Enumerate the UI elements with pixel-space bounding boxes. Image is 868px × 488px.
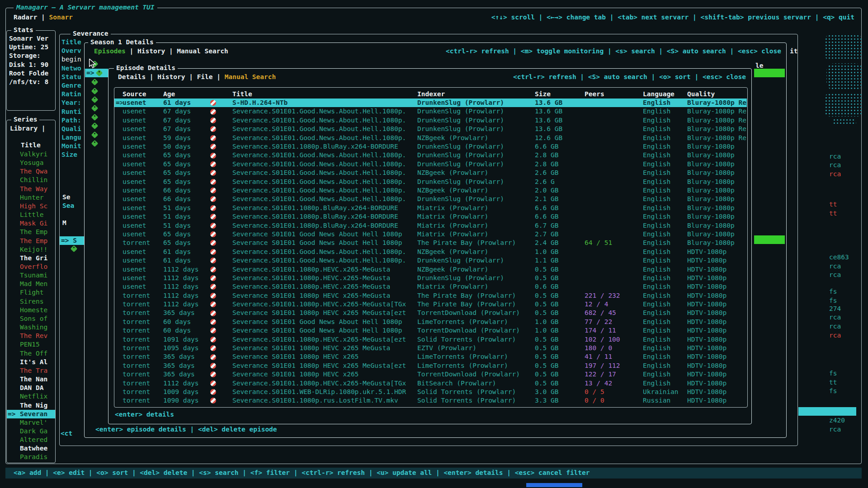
release-row[interactable]: usenet1112 daysSeverance.S01E01.1080p.HE… (114, 274, 747, 282)
series-row[interactable]: PEN15 (7, 340, 55, 349)
series-row[interactable]: High Sc (7, 202, 55, 211)
release-row[interactable]: usenet50 daysSeverance.S01E01.1080p.BluR… (114, 142, 747, 151)
series-title: Chillin (20, 176, 47, 184)
series-row[interactable]: Yosuga (7, 159, 55, 167)
tab-radarr[interactable]: Radarr (14, 14, 37, 21)
release-row[interactable]: usenet1112 daysSeverance.S01E01.1080p.HE… (114, 282, 747, 291)
series-row[interactable]: Paradis (7, 453, 55, 461)
release-source: usenet (123, 274, 163, 282)
release-row[interactable]: usenet66 daysSeverance.S01E01.Good.News.… (114, 195, 747, 203)
release-row[interactable]: torrent1112 daysSeverance.S01E01.1080p.H… (114, 300, 747, 309)
series-row[interactable]: Dark Ga (7, 427, 55, 436)
series-row[interactable]: Homeste (7, 306, 55, 314)
episode-row-fragment[interactable] (92, 104, 97, 113)
tab-episodes[interactable]: Episodes (94, 47, 126, 55)
release-row[interactable]: torrent65 daysSeverance S01E01 Good News… (114, 239, 747, 247)
series-row[interactable]: Keijo!! (7, 245, 55, 254)
series-row[interactable]: The Tra (7, 366, 55, 375)
series-row[interactable]: Washing (7, 323, 55, 332)
series-row[interactable]: Netflix (7, 392, 55, 401)
release-row[interactable]: usenet65 daysSeverance.S01E01.Good.News.… (114, 151, 747, 160)
series-row[interactable]: The Gri (7, 254, 55, 263)
tab-file[interactable]: File (197, 73, 213, 80)
tab-manual-search[interactable]: Manual Search (225, 73, 276, 80)
series-row[interactable]: Little (7, 211, 55, 219)
series-row[interactable]: DAN DA (7, 384, 55, 392)
release-row[interactable]: torrent1090 daysSeverance.S01E01.1080p.r… (114, 396, 747, 405)
tab-history[interactable]: History (137, 47, 165, 55)
selected-season-row-fragment[interactable]: => S (60, 236, 86, 245)
series-row[interactable]: The Qwa (7, 167, 55, 176)
release-row[interactable]: usenet51 daysSeverance.S01E01.1080p.BluR… (114, 204, 747, 212)
release-row[interactable]: usenet65 daysSeverance.S01E01.Good.News.… (114, 169, 747, 177)
release-row[interactable]: torrent365 daysSeverance S01E01 1080p HE… (114, 370, 747, 379)
release-row[interactable]: usenet66 daysSeverance.S01E01.Good.News.… (114, 186, 747, 195)
episode-row-fragment[interactable] (92, 130, 97, 139)
tab-sonarr[interactable]: Sonarr (49, 14, 73, 21)
release-source: torrent (123, 239, 163, 247)
episode-row-fragment[interactable] (92, 78, 97, 86)
release-row[interactable]: usenet67 daysSeverance.S01E01.Good.News.… (114, 125, 747, 133)
episode-row-fragment[interactable] (92, 113, 97, 122)
release-row[interactable]: torrent365 daysSeverance S01E01 1080p HE… (114, 309, 747, 317)
release-row[interactable]: torrent1009 daysSeverance.S01E01.WEB-DLR… (114, 388, 747, 396)
series-row[interactable]: It's Al (7, 358, 55, 366)
release-row[interactable]: usenet59 daysSeverance.S01E01.Good.News.… (114, 134, 747, 142)
release-row[interactable]: torrent365 daysSeverance S01E01 1080p HE… (114, 361, 747, 370)
series-row[interactable]: The Off (7, 349, 55, 358)
episode-row-fragment[interactable] (92, 95, 97, 104)
series-row[interactable]: Sirens (7, 297, 55, 306)
series-row[interactable]: The Rev (7, 332, 55, 340)
series-row[interactable]: Chillin (7, 176, 55, 184)
series-row[interactable]: Flight (7, 289, 55, 297)
episode-row-fragment[interactable] (92, 86, 97, 95)
release-row[interactable]: usenet67 daysSeverance.S01E01.Good.News.… (114, 107, 747, 116)
series-row[interactable]: Mask Gi (7, 219, 55, 228)
release-row[interactable]: usenet65 daysSeverance.S01E01.Good.News.… (114, 160, 747, 169)
series-row[interactable]: Mad Men (7, 280, 55, 288)
tab-manual-search[interactable]: Manual Search (177, 47, 228, 55)
series-row[interactable]: Hunter (7, 193, 55, 202)
series-row[interactable]: Valkyri (7, 150, 55, 159)
series-row[interactable]: Marvel' (7, 418, 55, 427)
flag-cell (210, 196, 232, 202)
series-row[interactable]: => Severan (7, 410, 55, 418)
series-row[interactable]: The Nan (7, 375, 55, 384)
release-row[interactable]: usenet1112 daysSeverance.S01E01.1080p.HE… (114, 265, 747, 273)
series-row[interactable]: The Emp (7, 228, 55, 236)
release-row[interactable]: torrent1112 daysSeverance S01E01 1080p H… (114, 291, 747, 300)
release-row[interactable]: torrent365 daysSeverance S01E01 1080p HE… (114, 352, 747, 361)
release-row[interactable]: =>usenet61 daysS-HD.H.264-NTbDrunkenSlug… (114, 99, 747, 107)
series-row[interactable]: The Way (7, 185, 55, 193)
release-row[interactable]: usenet61 daysSeverance.S01E01.Good.News.… (114, 256, 747, 265)
release-row[interactable]: usenet65 daysSeverance S01E01 Good News … (114, 230, 747, 239)
series-row[interactable]: Sons of (7, 314, 55, 323)
release-row[interactable]: torrent1112 daysSeverance.S01E01.1080p.H… (114, 379, 747, 388)
series-row[interactable]: The Nig (7, 401, 55, 410)
release-row[interactable]: usenet65 daysSeverance.S01E01.Good.News.… (114, 178, 747, 186)
series-row[interactable]: Batwhee (7, 444, 55, 453)
tab-library[interactable]: Library | (10, 124, 46, 133)
series-row[interactable]: Altered (7, 436, 55, 444)
selected-episode-row-fragment[interactable]: => (85, 69, 108, 77)
release-row[interactable]: torrent1091 daysSeverance.S01E01.1080p.H… (114, 335, 747, 344)
tab-details[interactable]: Details (118, 73, 146, 80)
series-row[interactable]: The Emp (7, 237, 55, 245)
release-row[interactable]: torrent60 daysSeverance S01E01 Good News… (114, 318, 747, 326)
stats-panel-title: Stats (11, 26, 36, 34)
column-header-source: Source (123, 90, 163, 99)
series-row[interactable]: Tsunami (7, 271, 55, 280)
release-row[interactable]: usenet61 daysSeverance.S01E01.Good.News.… (114, 248, 747, 256)
release-source: usenet (123, 116, 163, 125)
release-row[interactable]: torrent1095 daysSeverance S01E01 1080p H… (114, 344, 747, 352)
release-row[interactable]: torrent60 daysSeverance S01E01 Good News… (114, 326, 747, 335)
release-row[interactable]: usenet67 daysSeverance.S01E01.Good.News.… (114, 116, 747, 125)
release-row[interactable]: usenet51 daysSeverance.S01E01.1080p.BluR… (114, 212, 747, 221)
episode-modal-title: Episode Details (114, 64, 178, 72)
release-quality: HDTV-1080p (687, 300, 726, 309)
release-row[interactable]: usenet51 daysSeverance.S01E01.1080p.BluR… (114, 221, 747, 230)
series-row[interactable]: Overflo (7, 263, 55, 271)
tab-history[interactable]: History (157, 73, 185, 80)
episode-row-fragment[interactable] (92, 122, 97, 130)
episode-row-fragment[interactable] (92, 139, 97, 148)
